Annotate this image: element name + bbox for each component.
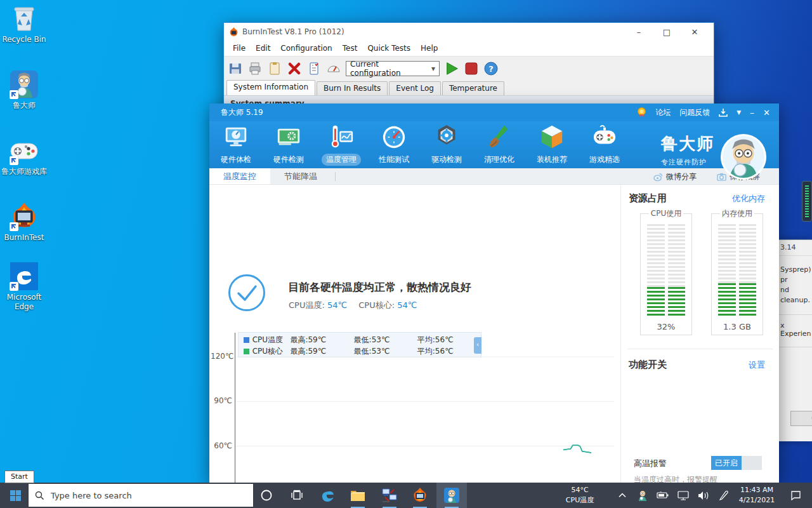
desktop-icon-lu-game-library[interactable]: 鲁大师游戏库 bbox=[0, 138, 48, 177]
tray-clock[interactable]: 11:43 AM 4/21/2021 bbox=[736, 485, 778, 505]
temperature-chart bbox=[235, 333, 614, 508]
minimize-button[interactable]: – bbox=[750, 107, 754, 117]
cortana-button[interactable] bbox=[252, 483, 280, 508]
high-temp-alarm-toggle[interactable]: 已开启 bbox=[711, 456, 762, 470]
menu-quick-tests[interactable]: Quick Tests bbox=[362, 42, 416, 55]
taskbar-file-explorer-button[interactable] bbox=[344, 483, 372, 508]
nav-item-temperature[interactable]: 温度管理 bbox=[315, 124, 368, 166]
configuration-select[interactable]: Current configuration ▾ bbox=[346, 61, 440, 76]
nav-item-hardware-test[interactable]: 硬件检测 bbox=[262, 124, 315, 166]
status-check-icon bbox=[228, 274, 265, 311]
taskbar-search-input[interactable]: Type here to search bbox=[28, 483, 254, 507]
nav-label: 温度管理 bbox=[322, 154, 361, 166]
shortcut-arrow-icon bbox=[10, 282, 18, 291]
desktop-icon-label: Recycle Bin bbox=[0, 35, 48, 44]
lu-master-icon bbox=[443, 487, 460, 504]
desktop-icon-burnintest[interactable]: BurnInTest bbox=[0, 202, 48, 243]
nav-item-hardware-checkup[interactable]: 硬件体检 bbox=[209, 124, 263, 166]
desktop-icon-label: BurnInTest bbox=[0, 233, 48, 243]
report-icon[interactable] bbox=[267, 61, 282, 76]
lu-titlebar[interactable]: 鲁大师 5.19 论坛 问题反馈 ▼ – ✕ bbox=[209, 104, 779, 121]
burnintest-menubar: File Edit Configuration Test Quick Tests… bbox=[224, 41, 714, 56]
minimize-button[interactable]: – bbox=[625, 23, 653, 41]
nav-label: 硬件体检 bbox=[216, 154, 256, 166]
tray-cpu-temp[interactable]: 54°C CPU温度 bbox=[551, 485, 609, 505]
certificate-icon[interactable] bbox=[306, 61, 322, 76]
taskbar-lu-master-button[interactable] bbox=[436, 483, 467, 508]
menu-edit[interactable]: Edit bbox=[251, 42, 275, 55]
tab-energy-cooling[interactable]: 节能降温 bbox=[270, 168, 331, 184]
memory-usage-gauge: 内存使用 1.3 GB bbox=[711, 208, 763, 335]
tray-lu-master-icon[interactable] bbox=[633, 483, 652, 508]
menu-file[interactable]: File bbox=[228, 42, 251, 55]
print-icon[interactable] bbox=[247, 61, 263, 76]
stop-tests-icon[interactable] bbox=[464, 61, 479, 76]
menu-help[interactable]: Help bbox=[416, 42, 443, 55]
action-center-button[interactable] bbox=[784, 483, 807, 508]
taskbar-burnintest-button[interactable] bbox=[406, 483, 434, 508]
menu-test[interactable]: Test bbox=[337, 42, 363, 55]
core-temp-value: 54℃ bbox=[397, 300, 417, 310]
brand-name: 鲁大师 bbox=[661, 133, 714, 155]
weibo-share-button[interactable]: 微博分享 bbox=[653, 168, 697, 185]
settings-link[interactable]: 设置 bbox=[749, 359, 765, 371]
start-button[interactable] bbox=[0, 483, 30, 508]
nav-label: 清理优化 bbox=[480, 154, 519, 166]
gpu-card-icon bbox=[275, 124, 302, 150]
nav-item-driver-detect[interactable]: 驱动检测 bbox=[420, 124, 473, 166]
maximize-button[interactable]: □ bbox=[653, 23, 681, 41]
tray-pen-icon[interactable] bbox=[714, 483, 733, 508]
tab-event-log[interactable]: Event Log bbox=[389, 81, 441, 95]
nav-item-build-recommend[interactable]: 装机推荐 bbox=[525, 124, 579, 166]
tray-network-icon[interactable] bbox=[674, 483, 693, 508]
windows-logo-icon bbox=[10, 490, 21, 501]
nav-item-cleanup[interactable]: 清理优化 bbox=[473, 124, 526, 166]
task-view-button[interactable] bbox=[283, 483, 311, 508]
desktop-icon-recycle-bin[interactable]: Recycle Bin bbox=[0, 4, 48, 44]
help-icon[interactable]: ? bbox=[483, 61, 499, 76]
gear-icon bbox=[433, 124, 460, 150]
close-button[interactable]: ✕ bbox=[763, 108, 770, 117]
desktop-icon-microsoft-edge[interactable]: Microsoft Edge bbox=[0, 262, 48, 312]
taskbar-edge-button[interactable] bbox=[313, 483, 341, 508]
clock-date: 4/21/2021 bbox=[736, 495, 778, 505]
burnintest-icon bbox=[412, 487, 428, 504]
optimize-memory-link[interactable]: 优化内存 bbox=[732, 193, 765, 204]
skin-menu-icon[interactable]: ▼ bbox=[737, 109, 741, 116]
sysprep-button-fragment[interactable]: C bbox=[790, 411, 812, 426]
nav-item-game-select[interactable]: 游戏精选 bbox=[578, 124, 631, 166]
nav-label: 装机推荐 bbox=[532, 154, 572, 166]
taskbar-network-app-button[interactable] bbox=[376, 483, 403, 508]
start-tests-icon[interactable] bbox=[444, 61, 459, 76]
tab-burn-in-results[interactable]: Burn In Results bbox=[317, 81, 388, 95]
forum-link[interactable]: 论坛 bbox=[655, 107, 671, 118]
y-tick: 60℃ bbox=[211, 441, 232, 450]
start-tooltip: Start bbox=[4, 471, 34, 483]
sysprep-option-fragment: x Experien bbox=[779, 314, 812, 338]
download-icon[interactable] bbox=[719, 108, 728, 117]
nav-item-performance-test[interactable]: 性能测试 bbox=[367, 124, 421, 166]
close-button[interactable]: ✕ bbox=[681, 23, 709, 41]
window-title: BurnInTest V8.1 Pro (1012) bbox=[242, 27, 625, 36]
burnintest-titlebar[interactable]: BurnInTest V8.1 Pro (1012) – □ ✕ bbox=[224, 23, 714, 41]
desktop-icon-label: 鲁大师 bbox=[0, 101, 48, 110]
tab-temperature-monitor[interactable]: 温度监控 bbox=[209, 168, 270, 184]
gauge-icon[interactable] bbox=[326, 61, 341, 76]
menu-configuration[interactable]: Configuration bbox=[275, 42, 337, 55]
window-title: 鲁大师 5.19 bbox=[221, 107, 628, 118]
edge-icon bbox=[10, 262, 39, 291]
feedback-link[interactable]: 问题反馈 bbox=[679, 107, 710, 118]
shortcut-arrow-icon bbox=[10, 222, 18, 231]
cortana-icon bbox=[260, 489, 273, 502]
tab-separator bbox=[335, 172, 336, 181]
tray-volume-icon[interactable] bbox=[694, 483, 713, 508]
tab-system-information[interactable]: System Information bbox=[226, 80, 315, 95]
tray-expand-button[interactable] bbox=[613, 483, 632, 508]
save-icon[interactable] bbox=[228, 61, 243, 76]
desktop-icon-label: Microsoft Edge bbox=[0, 293, 48, 312]
delete-icon[interactable] bbox=[287, 61, 302, 76]
tray-battery-icon[interactable] bbox=[653, 483, 672, 508]
lu-brand: 鲁大师 专注硬件防护 bbox=[661, 133, 714, 167]
desktop-icon-lu-master[interactable]: 鲁大师 bbox=[0, 70, 48, 110]
tab-temperature[interactable]: Temperature bbox=[442, 81, 504, 95]
